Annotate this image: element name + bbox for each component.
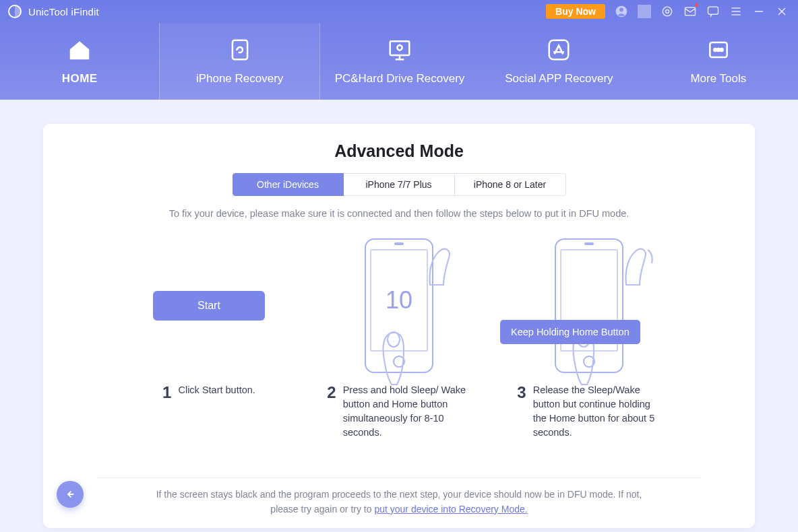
refresh-icon — [227, 37, 253, 63]
instruction-text: To fix your device, please make sure it … — [97, 208, 701, 219]
arrow-left-icon — [64, 488, 76, 500]
divider — [638, 5, 651, 18]
separator — [97, 477, 701, 478]
home-icon — [67, 37, 92, 63]
tab-label: More Tools — [690, 72, 746, 86]
device-tab-iphone7[interactable]: iPhone 7/7 Plus — [344, 173, 455, 196]
chat-icon[interactable] — [706, 5, 720, 18]
mail-icon[interactable] — [683, 5, 697, 18]
tab-label: HOME — [62, 72, 98, 86]
tab-pc-recovery[interactable]: PC&Hard Drive Recovery — [320, 23, 479, 100]
step-number: 2 — [327, 383, 336, 402]
hold-home-label: Keep Holding Home Button — [500, 320, 640, 344]
more-icon — [706, 37, 731, 63]
buy-now-button[interactable]: Buy Now — [546, 4, 605, 19]
step-1: Start 1 Click Start button. — [117, 228, 301, 440]
device-tabs: Other iDevices iPhone 7/7 Plus iPhone 8 … — [97, 173, 701, 196]
profile-icon[interactable] — [615, 5, 628, 18]
minimize-icon[interactable] — [752, 5, 766, 18]
svg-rect-7 — [233, 40, 247, 60]
step-text: Release the Sleep/Wake button but contin… — [533, 383, 661, 440]
svg-point-13 — [717, 48, 720, 51]
step-2: 10 2 Press and hold Sleep/ Wake button a… — [307, 228, 491, 440]
tab-label: Social APP Recovery — [505, 72, 613, 86]
svg-point-15 — [388, 332, 400, 347]
back-button[interactable] — [57, 481, 84, 508]
footnote: If the screen stays black and the progra… — [97, 488, 701, 517]
close-icon[interactable] — [775, 5, 789, 18]
monitor-icon — [387, 37, 412, 63]
content-card: Advanced Mode Other iDevices iPhone 7/7 … — [43, 124, 755, 528]
tab-iphone-recovery[interactable]: iPhone Recovery — [159, 23, 319, 100]
thumb-bottom-icon — [377, 329, 410, 390]
page-title: Advanced Mode — [97, 141, 701, 161]
device-tab-iphone8[interactable]: iPhone 8 or Later — [455, 173, 566, 196]
top-nav: HOME iPhone Recovery PC&Hard Drive Recov… — [0, 23, 798, 100]
svg-point-3 — [663, 7, 671, 15]
step-number: 3 — [517, 383, 526, 402]
thumb-top-icon — [425, 238, 458, 298]
tab-label: iPhone Recovery — [196, 72, 283, 86]
step-3: Keep Holding Home Button 3 Release the S… — [497, 228, 681, 440]
steps-row: Start 1 Click Start button. 10 — [97, 228, 701, 440]
svg-point-4 — [666, 10, 669, 13]
thumb-release-icon — [622, 238, 656, 298]
step-text: Click Start button. — [178, 383, 255, 397]
svg-rect-8 — [390, 41, 410, 55]
svg-point-2 — [619, 8, 623, 12]
tab-social-recovery[interactable]: Social APP Recovery — [479, 23, 638, 100]
svg-point-12 — [714, 48, 716, 51]
svg-point-14 — [720, 48, 723, 51]
app-logo-icon — [7, 3, 23, 20]
svg-rect-6 — [708, 7, 718, 14]
device-tab-other[interactable]: Other iDevices — [233, 173, 344, 196]
appstore-icon — [546, 37, 572, 63]
start-button[interactable]: Start — [153, 291, 265, 321]
recovery-mode-link[interactable]: put your device into Recovery Mode. — [374, 504, 527, 514]
menu-icon[interactable] — [729, 5, 743, 18]
tab-home[interactable]: HOME — [0, 23, 159, 100]
step-text: Press and hold Sleep/ Wake button and Ho… — [343, 383, 471, 440]
titlebar: UnicTool iFindit Buy Now — [0, 0, 798, 23]
titlebar-icons — [615, 5, 789, 18]
step-number: 1 — [162, 383, 171, 402]
svg-point-9 — [397, 45, 402, 50]
tab-label: PC&Hard Drive Recovery — [335, 72, 465, 86]
app-title: UnicTool iFindit — [28, 6, 99, 18]
target-icon[interactable] — [661, 5, 674, 18]
tab-more-tools[interactable]: More Tools — [639, 23, 798, 100]
svg-rect-10 — [549, 40, 569, 60]
